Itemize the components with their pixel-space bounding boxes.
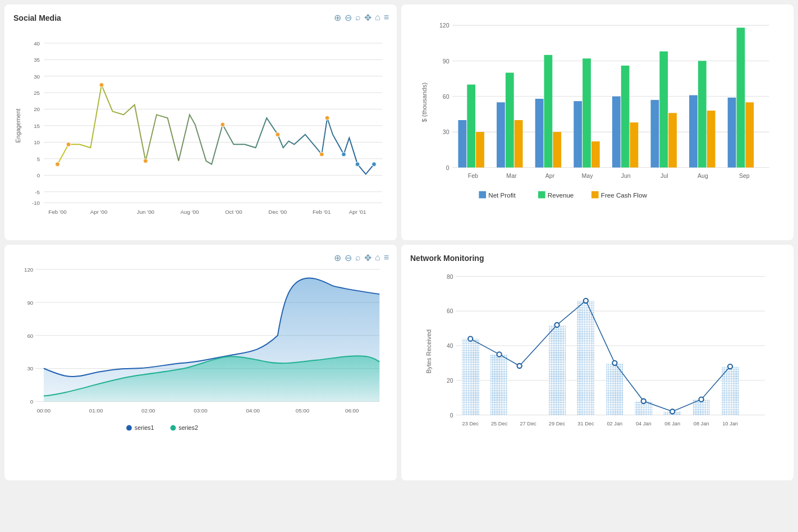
svg-text:02 Jan: 02 Jan [607,421,622,426]
svg-rect-85 [479,191,486,199]
menu-icon[interactable]: ≡ [384,12,389,23]
svg-text:0: 0 [30,398,34,405]
svg-text:Dec '00: Dec '00 [268,209,287,215]
zoom-in-icon[interactable]: ⊕ [334,12,341,23]
svg-text:30: 30 [27,365,33,372]
svg-rect-68 [651,100,659,167]
svg-text:0: 0 [446,164,450,171]
svg-rect-71 [689,95,698,168]
svg-text:60: 60 [447,308,453,314]
svg-rect-87 [538,191,545,199]
svg-text:05:00: 05:00 [296,407,310,414]
svg-text:04 Jan: 04 Jan [636,421,652,426]
svg-text:30: 30 [443,129,450,135]
svg-rect-65 [612,97,621,168]
svg-text:27 Dec: 27 Dec [520,421,536,426]
svg-text:10: 10 [34,139,40,145]
svg-rect-55 [476,132,484,167]
svg-point-108 [126,425,132,431]
svg-text:30: 30 [34,74,40,80]
svg-point-31 [56,162,60,167]
svg-text:Apr '00: Apr '00 [90,209,108,215]
home-icon2[interactable]: ⌂ [375,253,380,263]
svg-text:00:00: 00:00 [37,407,51,414]
zoom-out-icon[interactable]: ⊖ [345,253,352,263]
svg-rect-128 [490,354,508,415]
svg-text:80: 80 [447,274,453,280]
svg-rect-67 [630,122,639,167]
svg-text:Feb '00: Feb '00 [48,209,67,215]
svg-text:90: 90 [443,58,450,65]
bar-chart-panel: 120 90 60 30 0 $ (thousands) [401,4,794,240]
svg-rect-130 [577,301,595,415]
menu-icon2[interactable]: ≡ [384,253,389,263]
svg-point-38 [325,116,329,120]
svg-text:Aug '00: Aug '00 [180,209,199,215]
svg-text:0: 0 [37,172,40,178]
svg-point-136 [468,337,473,341]
svg-text:04:00: 04:00 [246,407,260,414]
svg-point-143 [670,409,675,414]
svg-text:Mar: Mar [506,172,517,179]
svg-text:06:00: 06:00 [345,407,359,414]
svg-text:Net Profit: Net Profit [488,191,516,199]
svg-text:23 Dec: 23 Dec [462,421,479,426]
svg-point-32 [66,142,71,146]
svg-text:60: 60 [27,333,33,339]
pan-icon[interactable]: ✥ [364,12,372,23]
network-title: Network Monitoring [410,254,785,263]
svg-text:Jul: Jul [661,172,668,179]
svg-text:Jun '00: Jun '00 [137,209,155,215]
search-icon2[interactable]: ⌕ [355,253,361,263]
home-icon[interactable]: ⌂ [375,12,380,23]
svg-text:40: 40 [447,343,453,349]
network-chart: 80 60 40 20 0 Bytes Received [410,265,785,467]
svg-rect-60 [544,55,553,168]
svg-point-35 [221,122,225,127]
svg-point-144 [699,397,704,402]
svg-text:Free Cash Flow: Free Cash Flow [601,191,648,199]
social-media-panel: Social Media ⊕ ⊖ ⌕ ✥ ⌂ ≡ 40 35 30 [4,4,397,240]
network-panel: Network Monitoring 80 60 40 20 0 Bytes R… [401,245,794,480]
svg-text:02:00: 02:00 [141,407,155,414]
svg-text:35: 35 [34,57,40,63]
svg-rect-127 [462,339,479,415]
svg-text:01:00: 01:00 [89,407,103,414]
svg-rect-62 [574,101,582,167]
svg-rect-54 [467,85,475,168]
svg-point-110 [171,425,176,431]
search-icon[interactable]: ⌕ [355,12,361,23]
svg-text:25 Dec: 25 Dec [491,421,508,426]
svg-text:29 Dec: 29 Dec [549,421,566,426]
social-media-chart: 40 35 30 25 20 15 10 5 0 -5 -10 Engageme… [13,25,388,227]
area-chart-toolbar[interactable]: ⊕ ⊖ ⌕ ✥ ⌂ ≡ [334,253,389,263]
svg-rect-73 [707,111,716,167]
svg-text:Bytes Received: Bytes Received [425,329,432,374]
svg-rect-129 [548,325,566,415]
svg-point-34 [143,159,148,163]
svg-text:20: 20 [34,106,40,112]
svg-text:120: 120 [24,267,34,273]
svg-text:Engagement: Engagement [15,108,21,143]
pan-icon2[interactable]: ✥ [364,253,372,263]
svg-text:Sep: Sep [739,172,750,179]
svg-text:40: 40 [34,40,40,47]
svg-point-37 [319,152,324,157]
svg-text:Aug: Aug [698,172,708,179]
svg-point-139 [554,323,559,327]
svg-text:08 Jan: 08 Jan [694,421,709,426]
svg-rect-69 [659,52,668,168]
svg-text:May: May [582,172,594,179]
zoom-in-icon[interactable]: ⊕ [334,253,341,263]
svg-rect-89 [591,191,599,199]
svg-text:25: 25 [34,90,40,96]
zoom-out-icon[interactable]: ⊖ [345,12,352,23]
social-media-title: Social Media [13,13,388,22]
svg-point-41 [372,162,377,167]
social-media-toolbar[interactable]: ⊕ ⊖ ⌕ ✥ ⌂ ≡ [334,12,389,23]
svg-point-33 [99,82,104,87]
svg-text:0: 0 [450,412,453,419]
svg-text:Oct '00: Oct '00 [225,209,242,215]
svg-text:Apr: Apr [545,172,555,179]
svg-rect-53 [458,120,466,167]
